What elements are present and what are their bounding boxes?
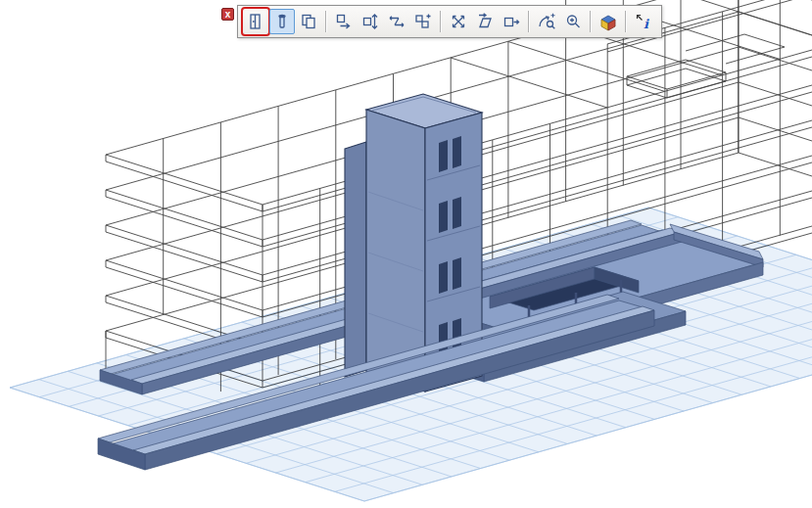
tool-copy-button[interactable] (296, 9, 321, 34)
info-icon: i (634, 12, 653, 31)
tool-multiply-button[interactable] (410, 9, 436, 34)
close-button[interactable]: x (221, 8, 234, 21)
tool-skew-button[interactable] (472, 9, 498, 34)
box-edit-icon (246, 12, 265, 31)
skew-icon (475, 12, 495, 31)
tool-view-3d-button[interactable] (596, 9, 621, 34)
tool-move-node-button[interactable] (446, 9, 471, 34)
move-node-icon (449, 12, 468, 31)
model-3d-viewport[interactable] (0, 0, 812, 508)
zoom-in-icon (563, 12, 583, 31)
toolbar-separator (528, 11, 530, 32)
multiply-icon (413, 12, 433, 31)
tool-elevate-button[interactable] (358, 9, 383, 34)
toolbar-separator (625, 11, 627, 32)
drag-icon (334, 12, 354, 31)
svg-text:i: i (644, 17, 649, 31)
copy-icon (299, 12, 318, 31)
rotate-zoom-icon (537, 12, 556, 31)
tool-column-button[interactable] (269, 9, 295, 34)
wireframe-roof-parapets (627, 34, 785, 98)
column-icon (272, 12, 292, 31)
tool-drag-button[interactable] (331, 9, 357, 34)
tool-info-button[interactable]: i (631, 9, 656, 34)
tool-offset-button[interactable] (499, 9, 524, 34)
tool-zoom-in-button[interactable] (560, 9, 586, 34)
toolbar-body: i (237, 5, 662, 38)
view-3d-icon (598, 12, 618, 31)
elevate-icon (360, 12, 380, 31)
offset-icon (502, 12, 521, 31)
toolbar-separator (325, 11, 327, 32)
tool-stretch-button[interactable] (384, 9, 409, 34)
toolbar-separator (440, 11, 442, 32)
toolbar-separator (590, 11, 592, 32)
tool-rotate-zoom-button[interactable] (534, 9, 559, 34)
edit-elements-toolbar: x (221, 5, 662, 38)
tool-box-edit-button[interactable] (243, 9, 268, 34)
tower-side-fin (345, 142, 366, 377)
stretch-icon (387, 12, 406, 31)
